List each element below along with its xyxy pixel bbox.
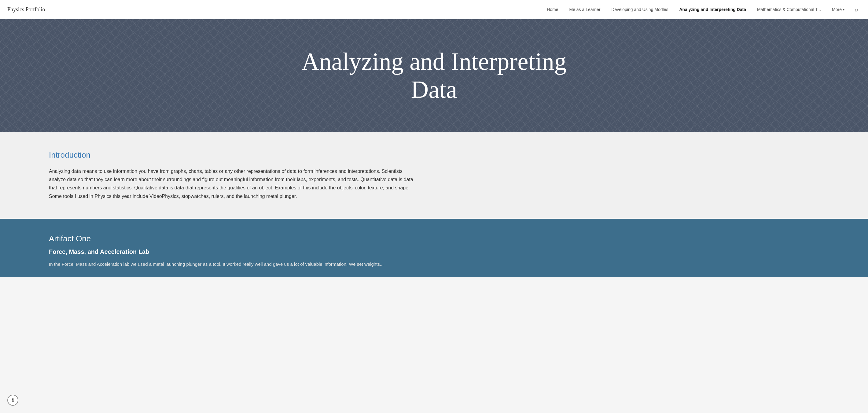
intro-section: Introduction Analyzing data means to use… bbox=[0, 132, 868, 219]
nav-link-analyzing[interactable]: Analyzing and Interpereting Data bbox=[674, 7, 751, 12]
nav-item-models[interactable]: Developing and Using Modles bbox=[606, 7, 674, 12]
hero-section: Analyzing and Interpreting Data bbox=[0, 19, 868, 132]
nav-item-analyzing[interactable]: Analyzing and Interpereting Data bbox=[674, 7, 751, 12]
nav-item-learner[interactable]: Me as a Learner bbox=[564, 7, 606, 12]
artifact-heading: Artifact One bbox=[49, 234, 819, 244]
more-label: More bbox=[832, 7, 842, 12]
nav-link-models[interactable]: Developing and Using Modles bbox=[606, 7, 674, 12]
navbar: Physics Portfolio Home Me as a Learner D… bbox=[0, 0, 868, 19]
intro-body: Analyzing data means to use information … bbox=[49, 167, 416, 200]
nav-links: Home Me as a Learner Developing and Usin… bbox=[541, 7, 827, 12]
more-dropdown[interactable]: More ▾ bbox=[827, 7, 850, 12]
nav-item-home[interactable]: Home bbox=[541, 7, 564, 12]
nav-item-math[interactable]: Mathematics & Computational T... bbox=[751, 7, 827, 12]
intro-heading: Introduction bbox=[49, 150, 819, 160]
nav-link-learner[interactable]: Me as a Learner bbox=[564, 7, 606, 12]
site-brand[interactable]: Physics Portfolio bbox=[7, 6, 45, 13]
artifact-subheading: Force, Mass, and Acceleration Lab bbox=[49, 248, 819, 255]
search-icon[interactable]: ⌕ bbox=[852, 6, 861, 13]
hero-title: Analyzing and Interpreting Data bbox=[297, 47, 571, 103]
nav-link-home[interactable]: Home bbox=[541, 7, 564, 12]
artifact-section: Artifact One Force, Mass, and Accelerati… bbox=[0, 219, 868, 277]
chevron-down-icon: ▾ bbox=[843, 8, 844, 11]
artifact-body: In the Force, Mass and Acceleration lab … bbox=[49, 260, 819, 268]
nav-link-math[interactable]: Mathematics & Computational T... bbox=[751, 7, 827, 12]
